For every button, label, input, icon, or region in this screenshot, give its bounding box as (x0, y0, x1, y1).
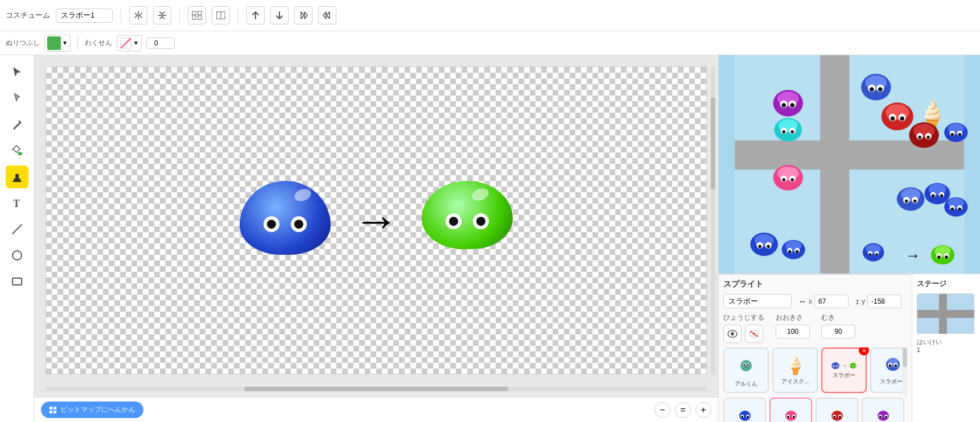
bottom-sprite-1[interactable]: スライム (723, 398, 766, 422)
sprite-list-scroll-track[interactable] (903, 347, 907, 395)
outline-color-swatch (120, 37, 132, 49)
sprite-panel-header: スプライト (723, 279, 907, 289)
svg-rect-172 (939, 294, 947, 334)
stage-mini-preview[interactable] (917, 293, 974, 333)
svg-point-137 (895, 364, 897, 367)
move-up-button[interactable] (246, 6, 265, 24)
move-forward-button[interactable] (294, 6, 312, 24)
canvas-scrollbar-v[interactable] (711, 67, 715, 374)
group-button[interactable] (188, 6, 206, 24)
sprite-list-row: アルくん 🍦 アイスク... ✕ → (723, 347, 907, 395)
bottom-sprite-row: スライム スライム スライム スライム (723, 398, 907, 422)
text-tool-button[interactable]: T (6, 192, 28, 214)
svg-rect-21 (820, 55, 850, 274)
y-label: y (862, 297, 865, 305)
sprite-list-container: アルくん 🍦 アイスク... ✕ → (723, 347, 907, 395)
svg-point-85 (950, 208, 954, 211)
sprite-list-scroll-thumb[interactable] (903, 347, 907, 367)
fill-color-arrow: ▼ (62, 40, 68, 46)
rect-tool-button[interactable] (6, 270, 28, 293)
svg-point-50 (790, 130, 794, 134)
eye-slash-icon (749, 330, 759, 338)
svg-line-116 (750, 331, 758, 337)
sprite-thumb-slabo2[interactable]: スラボー2 (870, 347, 907, 393)
line-tool-button[interactable] (6, 218, 28, 241)
direction-label: むき (821, 313, 855, 322)
separator-3 (238, 7, 238, 23)
stamp-tool-button[interactable] (6, 166, 28, 188)
y-input[interactable] (867, 295, 901, 308)
ungroup-icon (216, 10, 226, 20)
pencil-tool-button[interactable] (6, 113, 28, 136)
canvas-scrollbar-h[interactable] (46, 387, 707, 391)
x-input[interactable] (814, 295, 849, 308)
svg-point-98 (937, 255, 941, 259)
canvas-scrollbar-v-thumb[interactable] (711, 97, 715, 189)
svg-point-67 (782, 178, 785, 181)
stage-preview: 🍦 (719, 55, 980, 274)
zoom-out-button[interactable]: − (654, 402, 670, 418)
ungroup-button[interactable] (212, 6, 230, 24)
reshape-tool-button[interactable] (6, 87, 28, 110)
move-down-button[interactable] (270, 6, 289, 24)
svg-rect-0 (192, 11, 196, 15)
svg-point-55 (918, 135, 921, 139)
sprite-thumb-alukun[interactable]: アルくん (723, 347, 769, 393)
flip-h-icon (133, 10, 143, 20)
flip-h-button[interactable] (129, 6, 147, 24)
flip-v-button[interactable] (153, 6, 171, 24)
svg-rect-10 (15, 174, 19, 179)
svg-point-30 (870, 87, 874, 91)
show-label: ひょうじする (723, 313, 764, 322)
svg-point-68 (790, 178, 794, 181)
move-backward-button[interactable] (318, 6, 336, 24)
svg-rect-3 (198, 16, 201, 19)
bottom-sprite-3[interactable]: スライム (816, 398, 858, 422)
outline-color-button[interactable]: ▼ (117, 35, 142, 51)
main-area: T (0, 55, 980, 422)
y-axis-icon: ↕ (855, 297, 859, 306)
x-coord-group: ↔ x (798, 295, 849, 308)
direction-input[interactable] (821, 325, 855, 338)
svg-point-117 (740, 360, 752, 371)
blue-slime-body (240, 181, 331, 255)
costume-name-input[interactable] (56, 9, 113, 23)
show-button[interactable] (723, 325, 742, 343)
sprite-thumb-icecream[interactable]: 🍦 アイスク... (772, 347, 818, 393)
hide-button[interactable] (745, 325, 763, 343)
move-backward-icon (323, 11, 332, 20)
top-toolbar: コスチューム (0, 0, 980, 31)
delete-badge[interactable]: ✕ (859, 347, 869, 355)
bitmap-convert-button[interactable]: ビットマップにへんかん (41, 402, 143, 418)
separator-2 (179, 7, 180, 23)
zoom-in-button[interactable]: + (695, 402, 711, 418)
select-tool-button[interactable] (6, 61, 28, 84)
alukun-icon (736, 353, 756, 378)
svg-rect-19 (53, 411, 56, 413)
bottom-slime3-icon (829, 408, 845, 421)
visibility-group: ひょうじする (723, 313, 764, 343)
icecream-label: アイスク... (781, 378, 809, 386)
canvas-scrollbar-h-thumb[interactable] (244, 387, 509, 391)
green-slime-eye-left (446, 213, 462, 229)
svg-point-8 (18, 152, 22, 155)
bottom-sprite-4[interactable]: スライム (862, 398, 904, 422)
size-input[interactable] (776, 325, 810, 338)
fill-tool-button[interactable] (6, 139, 28, 162)
svg-point-64 (777, 167, 798, 180)
zoom-fit-button[interactable]: = (675, 402, 691, 418)
sprite-thumb-slabo[interactable]: ✕ → スラボー (821, 347, 867, 393)
bitmap-btn-label: ビットマップにへんかん (60, 405, 135, 415)
blue-slime-eye-left (263, 216, 279, 232)
outline-width-input[interactable] (146, 38, 175, 49)
fill-color-button[interactable]: ▼ (44, 35, 71, 52)
slabo-icon: → (830, 361, 858, 369)
ellipse-tool-button[interactable] (6, 244, 28, 267)
slabo-green-mini (849, 362, 858, 369)
svg-point-162 (879, 416, 882, 418)
svg-point-152 (787, 416, 789, 418)
flip-v-icon (157, 10, 167, 20)
bottom-sprite-2[interactable]: スライム (769, 398, 812, 422)
sprite-name-input[interactable] (723, 294, 792, 308)
outline-color-arrow: ▼ (133, 40, 139, 46)
